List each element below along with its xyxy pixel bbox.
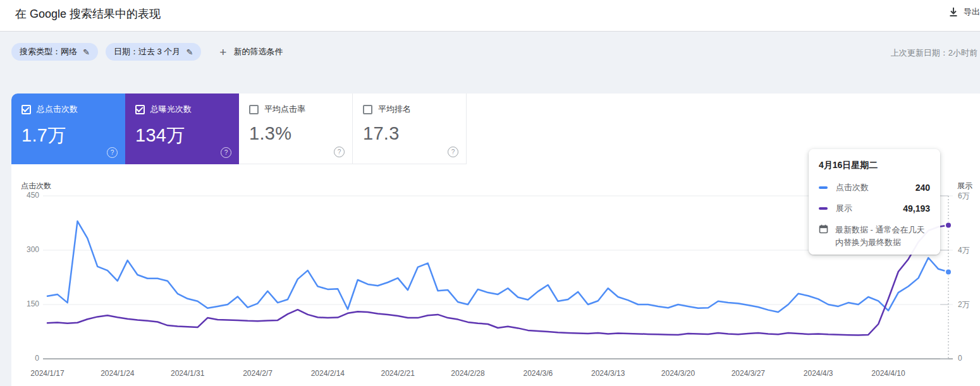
download-icon [948, 6, 959, 18]
page-title: 在 Google 搜索结果中的表现 [15, 6, 161, 21]
tooltip-note: 最新数据 - 通常会在几天内替换为最终数据 [819, 224, 930, 248]
help-icon[interactable]: ? [334, 147, 345, 157]
y-axis-tick-left: 300 [14, 245, 39, 254]
export-button[interactable]: 导出 [948, 6, 980, 18]
card-average-position[interactable]: 平均排名 17.3 ? [353, 93, 467, 164]
y-axis-tick-right: 0 [958, 354, 962, 363]
checkbox-checked-icon[interactable] [135, 105, 145, 114]
y-axis-tick-right: 2万 [958, 299, 970, 310]
x-axis-tick-label: 2024/2/7 [243, 369, 273, 378]
y-axis-tick-left: 0 [14, 354, 39, 363]
x-axis-tick-label: 2024/2/14 [311, 369, 345, 378]
x-axis-tick-label: 2024/2/28 [451, 369, 484, 378]
card-average-ctr-value: 1.3% [249, 123, 342, 144]
card-average-position-value: 17.3 [363, 123, 456, 144]
chart-tooltip: 4月16日星期二 点击次数 240 展示 49,193 最新数据 - 通常会在几… [809, 149, 940, 255]
impressions-legend-dash-icon [819, 207, 828, 210]
search-type-chip[interactable]: 搜索类型：网络 ✎ [11, 43, 98, 61]
edit-pencil-icon[interactable]: ✎ [186, 47, 193, 57]
y-axis-tick-left: 150 [14, 299, 39, 308]
card-total-clicks[interactable]: 总点击次数 1.7万 ? [11, 93, 125, 164]
edit-pencil-icon[interactable]: ✎ [83, 47, 90, 57]
x-axis-tick-label: 2024/4/3 [804, 369, 833, 378]
x-axis-tick-label: 2024/3/27 [732, 369, 765, 378]
tooltip-clicks-value: 240 [916, 183, 930, 193]
checkbox-unchecked-icon[interactable] [363, 105, 372, 114]
x-axis-tick-label: 2024/1/17 [30, 369, 64, 378]
tooltip-note-text: 最新数据 - 通常会在几天内替换为最终数据 [835, 224, 930, 248]
x-axis-tick-label: 2024/1/24 [101, 369, 134, 378]
last-updated-text: 上次更新日期：2小时前 [891, 47, 977, 59]
calendar-icon [819, 224, 828, 248]
right-axis-title: 展示 [957, 181, 972, 191]
tooltip-impressions-value: 49,193 [903, 203, 930, 214]
help-icon[interactable]: ? [221, 147, 231, 158]
card-total-impressions-label: 总曝光次数 [150, 104, 192, 115]
date-range-chip-label: 日期：过去 3 个月 [114, 46, 180, 57]
x-axis-tick-label: 2024/3/20 [661, 369, 695, 378]
help-icon[interactable]: ? [107, 147, 118, 158]
help-icon[interactable]: ? [448, 147, 458, 157]
card-average-ctr[interactable]: 平均点击率 1.3% ? [239, 93, 353, 164]
tooltip-clicks-label: 点击次数 [836, 182, 869, 193]
x-axis-tick-label: 2024/3/13 [591, 369, 625, 378]
plus-icon: + [219, 46, 226, 58]
checkbox-checked-icon[interactable] [21, 105, 31, 114]
x-axis-tick-label: 2024/2/21 [381, 369, 414, 378]
export-label: 导出 [964, 6, 980, 18]
clicks-legend-dash-icon [819, 186, 828, 189]
tooltip-impressions-label: 展示 [836, 203, 852, 214]
y-axis-tick-left: 450 [14, 191, 39, 200]
new-filter-button[interactable]: + 新的筛选条件 [219, 46, 283, 58]
x-axis-tick-label: 2024/4/10 [871, 369, 905, 378]
search-type-chip-label: 搜索类型：网络 [20, 46, 77, 57]
card-total-clicks-value: 1.7万 [21, 123, 115, 148]
x-axis-tick-label: 2024/1/31 [171, 369, 204, 378]
left-axis-title: 点击次数 [21, 181, 51, 191]
new-filter-label: 新的筛选条件 [233, 46, 283, 57]
card-total-impressions-value: 134万 [135, 123, 229, 148]
y-axis-tick-right: 6万 [958, 191, 970, 202]
date-range-chip[interactable]: 日期：过去 3 个月 ✎ [106, 43, 201, 61]
card-total-impressions[interactable]: 总曝光次数 134万 ? [125, 93, 239, 164]
metric-card-row: 总点击次数 1.7万 ? 总曝光次数 134万 ? 平均点击率 1.3% ? 平… [11, 93, 467, 164]
checkbox-unchecked-icon[interactable] [249, 105, 259, 114]
tooltip-date: 4月16日星期二 [819, 160, 930, 171]
card-total-clicks-label: 总点击次数 [37, 104, 78, 115]
y-axis-tick-right: 4万 [958, 245, 970, 256]
card-average-ctr-label: 平均点击率 [264, 104, 305, 115]
tooltip-clicks-row: 点击次数 240 [819, 182, 930, 193]
card-average-position-label: 平均排名 [378, 104, 411, 115]
filter-chip-row: 搜索类型：网络 ✎ 日期：过去 3 个月 ✎ + 新的筛选条件 [11, 43, 283, 61]
x-axis-tick-label: 2024/3/6 [523, 369, 553, 378]
tooltip-impressions-row: 展示 49,193 [819, 203, 930, 214]
